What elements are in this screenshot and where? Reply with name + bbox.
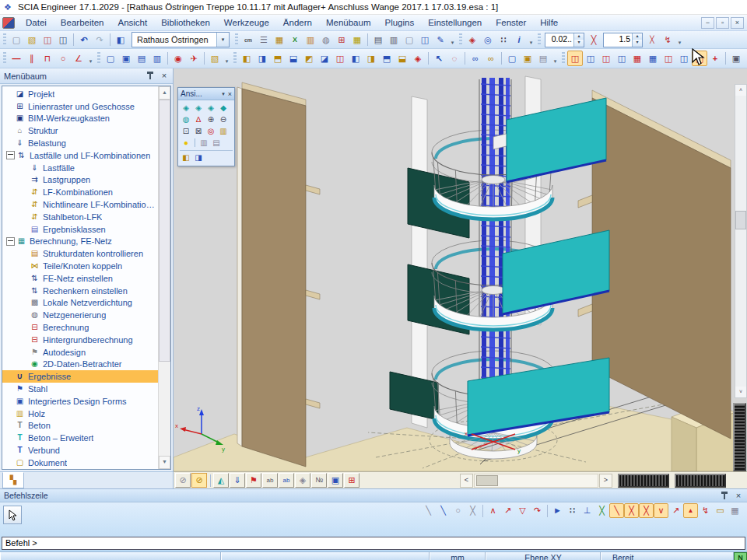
render-mode-button[interactable]: ◍	[180, 114, 192, 125]
check-structure-data-button[interactable]: ◈	[465, 32, 480, 47]
scroll-up-icon[interactable]: ▲	[159, 86, 170, 100]
view-x-button[interactable]: ◈	[180, 102, 192, 114]
view-point-button[interactable]: ◭	[213, 473, 229, 488]
scroll-right-icon[interactable]: >	[599, 474, 612, 488]
snap-axes-button[interactable]: ╳	[586, 32, 601, 47]
model-viewport[interactable]: xyzxy Ansi... ▾ × ◈◈◈◆◍∆⊕⊖⊡⊠◎▥●▥▤◧◨ ˄ ˅ …	[174, 68, 747, 488]
save-button[interactable]: ◫	[55, 32, 71, 47]
close-icon[interactable]: ×	[160, 72, 169, 80]
units-button[interactable]: cm	[240, 32, 256, 47]
mdi-close-button[interactable]: ×	[731, 17, 744, 29]
command-input[interactable]: Befehl >	[2, 537, 745, 550]
rotate-button[interactable]: ▥	[149, 51, 165, 66]
clipping-box-button[interactable]: ◫	[661, 51, 676, 66]
printer-button[interactable]: ▤	[370, 32, 386, 47]
activity-layers-button[interactable]: ◫	[567, 51, 583, 66]
toolbar-overflow-button[interactable]: ▾	[527, 32, 535, 47]
screenshot-button[interactable]: ▣	[728, 51, 744, 66]
zoom-out-button[interactable]: ⊖	[217, 114, 230, 125]
keyboard-input-button[interactable]: ▦	[728, 503, 742, 518]
chevron-down-icon[interactable]: ▾	[216, 33, 229, 47]
mdi-minimize-button[interactable]: −	[701, 17, 714, 29]
sidebar-item-nichtlineare-lf-kombinationen[interactable]: ⇵Nichtlineare LF-Kombinationen	[2, 198, 158, 211]
view-axo-button[interactable]: ◆	[217, 102, 230, 114]
snap-free-button[interactable]: ╲	[421, 503, 436, 518]
viewport-vscrollbar[interactable]: ˄ ˅	[735, 84, 747, 398]
snap-polar-button[interactable]: ○	[451, 503, 465, 518]
close-icon[interactable]: ×	[734, 492, 743, 500]
display-model-data-button[interactable]: ◈	[410, 51, 426, 66]
rotate-slider-horizontal[interactable]	[618, 474, 669, 488]
menu-plugins[interactable]: Plugins	[377, 16, 421, 29]
sidebar-item-strukturdaten-kontrollieren[interactable]: ▤Strukturdaten kontrollieren	[2, 247, 158, 260]
menu-bearbeiten[interactable]: Bearbeiten	[54, 16, 111, 29]
scroll-up-icon[interactable]: ˄	[735, 85, 746, 96]
clip-box-button[interactable]: ◧	[180, 152, 192, 163]
zoom-slider-horizontal[interactable]	[675, 474, 726, 488]
numbering-button[interactable]: №	[311, 473, 327, 488]
sidebar-item-teile-knoten-koppeln[interactable]: ⋈Teile/Knoten koppeln	[2, 260, 158, 272]
sidebar-item-rechenkern-einstellen[interactable]: ⇅Rechenkern einstellen	[2, 285, 158, 297]
3d-scene[interactable]: xyzxy	[174, 68, 735, 471]
sidebar-item-beton-erweitert[interactable]: TBeton – Erweitert	[2, 432, 158, 444]
display-node-labels-button[interactable]: ◧	[239, 51, 254, 66]
extension-snap-button[interactable]: ↯	[698, 503, 713, 518]
scrollbar-thumb[interactable]	[476, 475, 498, 486]
xml-export-button[interactable]: X	[287, 32, 303, 47]
display-sections-button[interactable]: ⬒	[270, 51, 286, 66]
projection-button[interactable]: ◨	[192, 152, 205, 163]
menu-bibliotheken[interactable]: Bibliotheken	[154, 16, 217, 29]
scroll-down-icon[interactable]: ▼	[159, 456, 170, 469]
pin-icon[interactable]	[146, 72, 154, 80]
dot-grid-button[interactable]: ∷	[496, 32, 511, 47]
sidebar-item-ergebnisse[interactable]: ∪Ergebnisse	[2, 370, 158, 383]
sidebar-item-lastgruppen[interactable]: ⇉Lastgruppen	[2, 174, 158, 187]
toolbar-overflow-button[interactable]: ▾	[86, 51, 95, 66]
render-settings-button[interactable]: ◈	[295, 473, 310, 488]
toolbar-overflow-button[interactable]: ▾	[551, 51, 559, 66]
ortho-snap-button[interactable]: ⊥	[580, 503, 594, 518]
circle-button[interactable]: ○	[55, 51, 71, 66]
sidebar-item-bim-werkzeugkasten[interactable]: ▣BIM-Werkzeugkasten	[2, 113, 158, 125]
database-button[interactable]: ☰	[256, 32, 272, 47]
sidebar-item-beton[interactable]: TBeton	[2, 420, 158, 432]
clip-below-button[interactable]: ⊘	[191, 473, 207, 488]
menu-fenster[interactable]: Fenster	[489, 16, 533, 29]
user-blocks-button[interactable]: ▤	[535, 51, 551, 66]
spinner-down-icon[interactable]: ▾	[633, 40, 642, 47]
sidebar-item-hintergrundberechnung[interactable]: ⊟Hintergrundberechnung	[2, 334, 158, 346]
calculator-button[interactable]: ▦	[272, 32, 287, 47]
sidebar-item-lastf-lle[interactable]: ⇓Lastfälle	[2, 162, 158, 174]
view-z-button[interactable]: ◈	[205, 102, 217, 114]
sidebar-item-netzgenerierung[interactable]: ◍Netzgenerierung	[2, 309, 158, 321]
toolbar-overflow-button[interactable]: ▾	[223, 51, 231, 66]
menu-ansicht[interactable]: Ansicht	[110, 16, 154, 29]
sidebar-tab-menu[interactable]: ▚	[2, 472, 24, 488]
scale-spinner[interactable]: 1.5 ▴▾	[603, 33, 643, 47]
sidebar-item-autodesign[interactable]: ⚑Autodesign	[2, 346, 158, 359]
paste-attributes-button[interactable]: ▣	[520, 51, 535, 66]
toolbar-grip[interactable]	[97, 52, 100, 65]
toolbar-grip[interactable]	[538, 33, 541, 46]
edit-report-button[interactable]: ✎	[433, 32, 448, 47]
results-refresh-button[interactable]: ◫	[692, 51, 707, 66]
save-all-button[interactable]: ◫	[40, 32, 55, 47]
view-direction-button[interactable]: ◉	[170, 51, 186, 66]
select-arrow-button[interactable]: ↖	[431, 51, 447, 66]
activity-invert-button[interactable]: ◫	[614, 51, 630, 66]
print-preview-button[interactable]: ▥	[386, 32, 402, 47]
menu-menbaum[interactable]: Menübaum	[319, 16, 378, 29]
grid-snap-button[interactable]: ∷	[565, 503, 580, 518]
mdi-restore-button[interactable]: ▫	[716, 17, 729, 29]
display-rendering-button[interactable]: ◨	[363, 51, 379, 66]
midpoint-snap-button[interactable]: ╳	[594, 503, 609, 518]
scroll-left-icon[interactable]: <	[460, 474, 473, 488]
zoom-window-button[interactable]: ⊡	[180, 125, 192, 137]
view-toolbar-header[interactable]: Ansi... ▾ ×	[178, 88, 234, 100]
close-icon[interactable]: ×	[228, 90, 232, 98]
scrollbar-thumb[interactable]	[159, 100, 170, 362]
zoom-table-button[interactable]: ◎	[480, 32, 496, 47]
open-project-button[interactable]: ▧	[24, 32, 40, 47]
perpendicular-snap-button[interactable]: ∨	[654, 503, 668, 518]
display-local-axes-button[interactable]: ◫	[332, 51, 348, 66]
